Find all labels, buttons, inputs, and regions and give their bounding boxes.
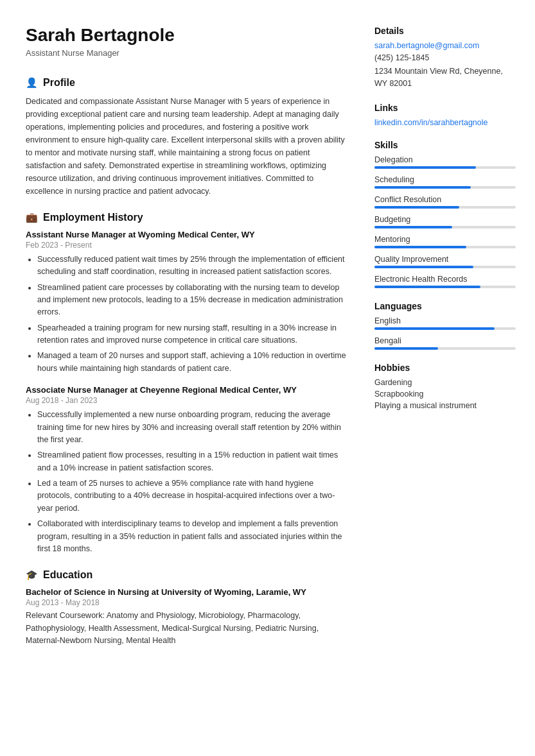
- hobby-item: Scrapbooking: [374, 390, 516, 399]
- skill-item: Conflict Resolution: [374, 195, 516, 209]
- resume-container: Sarah Bertagnole Assistant Nurse Manager…: [0, 0, 535, 687]
- profile-title-label: Profile: [43, 77, 75, 89]
- candidate-subtitle: Assistant Nurse Manager: [26, 48, 349, 58]
- skills-section: Skills Delegation Scheduling Conflict Re…: [374, 140, 516, 288]
- hobby-item: Gardening: [374, 378, 516, 387]
- list-item: Streamlined patient care processes by co…: [37, 282, 349, 319]
- skill-name: Quality Improvement: [374, 255, 516, 264]
- skill-name: Scheduling: [374, 175, 516, 184]
- details-section: Details sarah.bertagnole@gmail.com (425)…: [374, 26, 516, 90]
- job-2: Associate Nurse Manager at Cheyenne Regi…: [26, 385, 349, 555]
- education-icon: 🎓: [26, 569, 38, 581]
- job-1: Assistant Nurse Manager at Wyoming Medic…: [26, 230, 349, 375]
- skill-name: Delegation: [374, 155, 516, 164]
- language-bar-fill: [374, 347, 438, 350]
- job-2-title: Associate Nurse Manager at Cheyenne Regi…: [26, 385, 349, 395]
- language-bar-bg: [374, 327, 516, 330]
- list-item: Spearheaded a training program for new n…: [37, 322, 349, 347]
- linkedin-link[interactable]: linkedin.com/in/sarahbertagnole: [374, 118, 516, 127]
- education-title-label: Education: [43, 569, 92, 581]
- skill-bar-fill: [374, 286, 480, 288]
- list-item: Managed a team of 20 nurses and support …: [37, 350, 349, 375]
- links-section: Links linkedin.com/in/sarahbertagnole: [374, 103, 516, 127]
- address-text: 1234 Mountain View Rd, Cheyenne, WY 8200…: [374, 65, 516, 90]
- email-link[interactable]: sarah.bertagnole@gmail.com: [374, 41, 516, 50]
- skill-item: Quality Improvement: [374, 255, 516, 268]
- skill-bar-fill: [374, 226, 452, 228]
- skill-bar-bg: [374, 266, 516, 268]
- job-1-title: Assistant Nurse Manager at Wyoming Medic…: [26, 230, 349, 239]
- languages-title: Languages: [374, 301, 516, 311]
- profile-section-title: 👤 Profile: [26, 77, 349, 89]
- hobbies-list: GardeningScrapbookingPlaying a musical i…: [374, 378, 516, 410]
- profile-icon: 👤: [26, 77, 38, 89]
- hobbies-title: Hobbies: [374, 363, 516, 373]
- language-bar-fill: [374, 327, 495, 330]
- list-item: Led a team of 25 nurses to achieve a 95%…: [37, 477, 349, 515]
- hobbies-section: Hobbies GardeningScrapbookingPlaying a m…: [374, 363, 516, 410]
- list-item: Streamlined patient flow processes, resu…: [37, 449, 349, 474]
- skill-item: Delegation: [374, 155, 516, 169]
- language-bar-bg: [374, 347, 516, 350]
- profile-text: Dedicated and compassionate Assistant Nu…: [26, 95, 349, 198]
- employment-section: 💼 Employment History Assistant Nurse Man…: [26, 212, 349, 556]
- job-2-bullets: Successfully implemented a new nurse onb…: [26, 409, 349, 555]
- skill-bar-bg: [374, 286, 516, 288]
- languages-list: English Bengali: [374, 316, 516, 350]
- right-column: Details sarah.bertagnole@gmail.com (425)…: [374, 26, 516, 661]
- language-name: Bengali: [374, 336, 516, 345]
- profile-section: 👤 Profile Dedicated and compassionate As…: [26, 77, 349, 198]
- skill-item: Budgeting: [374, 215, 516, 228]
- job-1-bullets: Successfully reduced patient wait times …: [26, 253, 349, 375]
- hobby-item: Playing a musical instrument: [374, 401, 516, 410]
- skill-bar-fill: [374, 186, 471, 189]
- skill-name: Conflict Resolution: [374, 195, 516, 204]
- skill-bar-bg: [374, 186, 516, 189]
- language-name: English: [374, 316, 516, 325]
- edu-1-title: Bachelor of Science in Nursing at Univer…: [26, 587, 349, 597]
- education-section-title: 🎓 Education: [26, 569, 349, 581]
- skill-bar-fill: [374, 206, 459, 209]
- skill-bar-bg: [374, 246, 516, 248]
- language-item: Bengali: [374, 336, 516, 350]
- skill-bar-fill: [374, 266, 473, 268]
- candidate-name: Sarah Bertagnole: [26, 26, 349, 46]
- skill-name: Budgeting: [374, 215, 516, 224]
- employment-section-title: 💼 Employment History: [26, 212, 349, 223]
- skill-bar-fill: [374, 246, 466, 248]
- languages-section: Languages English Bengali: [374, 301, 516, 350]
- list-item: Successfully implemented a new nurse onb…: [37, 409, 349, 446]
- links-title: Links: [374, 103, 516, 113]
- skill-bar-bg: [374, 206, 516, 209]
- skill-bar-bg: [374, 226, 516, 228]
- education-section: 🎓 Education Bachelor of Science in Nursi…: [26, 569, 349, 647]
- edu-1-text: Relevant Coursework: Anatomy and Physiol…: [26, 610, 349, 647]
- list-item: Successfully reduced patient wait times …: [37, 253, 349, 279]
- skill-name: Mentoring: [374, 235, 516, 244]
- skill-item: Scheduling: [374, 175, 516, 189]
- edu-1-dates: Aug 2013 - May 2018: [26, 598, 349, 607]
- skill-bar-fill: [374, 166, 476, 169]
- phone-text: (425) 125-1845: [374, 53, 516, 62]
- employment-icon: 💼: [26, 212, 38, 223]
- skill-name: Electronic Health Records: [374, 275, 516, 284]
- job-2-dates: Aug 2018 - Jan 2023: [26, 396, 349, 405]
- job-1-dates: Feb 2023 - Present: [26, 241, 349, 250]
- skills-title: Skills: [374, 140, 516, 150]
- skill-item: Mentoring: [374, 235, 516, 248]
- skills-list: Delegation Scheduling Conflict Resolutio…: [374, 155, 516, 288]
- employment-title-label: Employment History: [43, 212, 143, 223]
- details-title: Details: [374, 26, 516, 36]
- list-item: Collaborated with interdisciplinary team…: [37, 518, 349, 555]
- skill-item: Electronic Health Records: [374, 275, 516, 288]
- header: Sarah Bertagnole Assistant Nurse Manager: [26, 26, 349, 58]
- skill-bar-bg: [374, 166, 516, 169]
- language-item: English: [374, 316, 516, 330]
- left-column: Sarah Bertagnole Assistant Nurse Manager…: [26, 26, 349, 661]
